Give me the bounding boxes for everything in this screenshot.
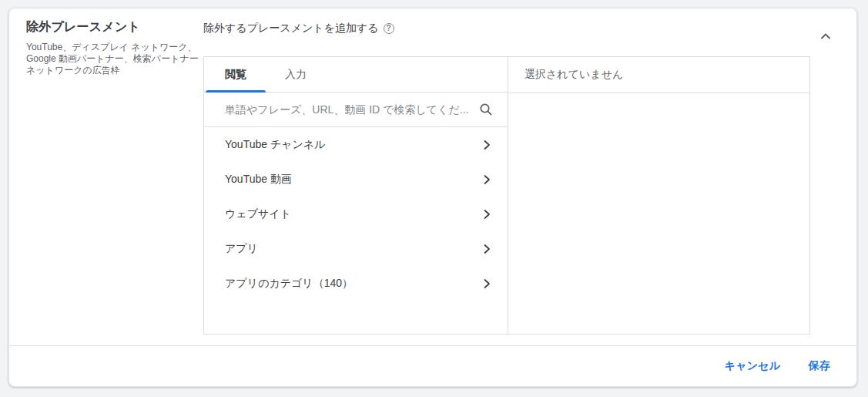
save-button[interactable]: 保存 — [799, 353, 840, 379]
prompt-label: 除外するプレースメントを追加する — [203, 22, 379, 35]
category-label: YouTube 動画 — [225, 173, 292, 187]
category-label: アプリのカテゴリ（140） — [225, 277, 353, 291]
tab-enter[interactable]: 入力 — [266, 57, 326, 92]
category-youtube-channels[interactable]: YouTube チャンネル — [204, 127, 508, 162]
card-footer: キャンセル 保存 — [9, 345, 856, 386]
picker-tabbar: 閲覧 入力 — [204, 57, 508, 93]
prompt-row: 除外するプレースメントを追加する ? — [203, 22, 394, 35]
tab-browse[interactable]: 閲覧 — [206, 57, 266, 92]
category-youtube-videos[interactable]: YouTube 動画 — [204, 162, 508, 197]
placement-picker: 閲覧 入力 YouTube チャンネル — [203, 56, 810, 335]
picker-browse-pane: 閲覧 入力 YouTube チャンネル — [204, 57, 508, 334]
chevron-right-icon — [481, 278, 492, 289]
chevron-right-icon — [481, 209, 492, 220]
placement-search-input[interactable] — [225, 103, 478, 116]
category-app-categories[interactable]: アプリのカテゴリ（140） — [204, 266, 508, 301]
help-icon[interactable]: ? — [384, 23, 394, 34]
section-description: YouTube、ディスプレイ ネットワーク、Google 動画パートナー、検索パ… — [26, 42, 200, 76]
excluded-placements-card: 除外プレースメント YouTube、ディスプレイ ネットワーク、Google 動… — [8, 8, 857, 387]
chevron-right-icon — [481, 174, 492, 185]
collapse-section-button[interactable] — [816, 27, 835, 45]
search-row — [204, 93, 508, 127]
selection-pane: 選択されていません — [508, 57, 809, 334]
chevron-up-icon — [819, 30, 832, 42]
category-label: ウェブサイト — [225, 207, 291, 221]
search-icon[interactable] — [478, 102, 494, 117]
category-label: アプリ — [225, 242, 258, 256]
selection-empty-message: 選択されていません — [508, 57, 809, 93]
category-list: YouTube チャンネル YouTube 動画 ウェブサイト — [204, 127, 508, 334]
chevron-right-icon — [481, 140, 492, 150]
chevron-right-icon — [481, 244, 492, 254]
cancel-button[interactable]: キャンセル — [716, 353, 790, 379]
section-title: 除外プレースメント — [26, 19, 200, 35]
category-websites[interactable]: ウェブサイト — [204, 197, 508, 231]
category-label: YouTube チャンネル — [225, 138, 326, 152]
section-info: 除外プレースメント YouTube、ディスプレイ ネットワーク、Google 動… — [26, 19, 200, 76]
category-apps[interactable]: アプリ — [204, 231, 508, 266]
